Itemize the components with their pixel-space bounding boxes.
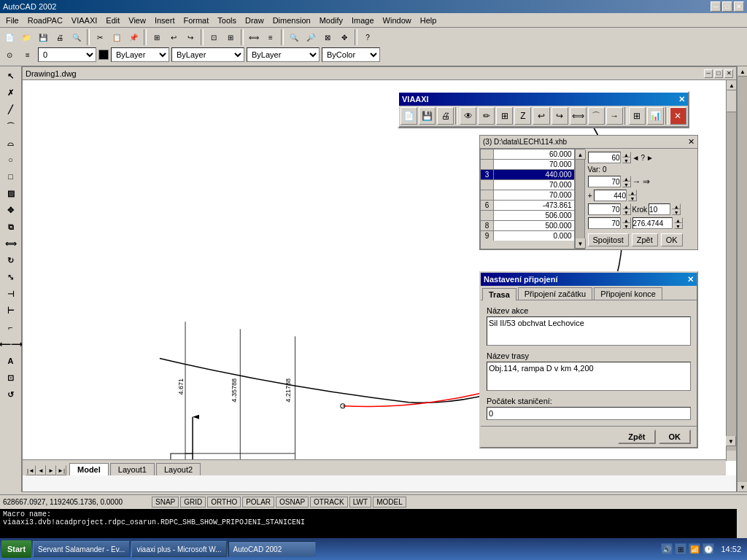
viaaxi-btn-8[interactable]: ↩ — [533, 107, 549, 125]
menu-dimension[interactable]: Dimension — [268, 13, 315, 28]
redraw-btn[interactable]: ↺ — [3, 386, 19, 402]
viaaxi-btn-curve[interactable]: ⌒ — [588, 107, 605, 125]
ctrl-input-4[interactable] — [588, 203, 621, 215]
spin-3-up[interactable]: ▲ — [628, 190, 637, 195]
ok-btn-data[interactable]: OK — [661, 233, 683, 246]
polyline-btn[interactable]: ⌒ — [3, 118, 19, 134]
inner-close-btn[interactable]: ✕ — [724, 69, 733, 78]
ctrl-input-6[interactable] — [632, 217, 673, 229]
minimize-button[interactable]: ─ — [711, 1, 721, 12]
krok-input[interactable] — [649, 203, 670, 215]
cut-btn[interactable]: ✂ — [92, 29, 108, 45]
viaaxi-btn-7[interactable]: Z — [514, 107, 531, 125]
spojitost-btn[interactable]: Spojitost — [588, 233, 629, 246]
row-val-9[interactable]: 0.000 — [494, 231, 574, 241]
text-btn[interactable]: A — [3, 353, 19, 369]
color-select[interactable]: ByLayer — [111, 47, 169, 62]
dist-btn[interactable]: ⟺ — [246, 29, 262, 45]
viaaxi-btn-5[interactable]: ✏ — [478, 107, 495, 125]
ctrl-input-5[interactable] — [588, 217, 621, 229]
taskbar-item-0[interactable]: Servant Salamander - Ev... — [33, 541, 130, 557]
layer-color-btn[interactable] — [98, 50, 109, 60]
tab-prev-btn[interactable]: ◄ — [36, 465, 46, 475]
ctrl-input-2[interactable] — [588, 176, 621, 187]
tab-first-btn[interactable]: |◄ — [26, 465, 36, 475]
dialog-close-btn[interactable]: ✕ — [687, 275, 694, 284]
row-val-4[interactable]: 70.000 — [494, 180, 574, 190]
viaaxi-btn-to[interactable]: → — [606, 107, 623, 125]
viaaxi-btn-9[interactable]: ↪ — [551, 107, 568, 125]
data-panel-close-btn[interactable]: ✕ — [688, 137, 694, 147]
hatch-btn[interactable]: ▨ — [3, 185, 19, 201]
row-val-1[interactable]: 60.000 — [494, 149, 574, 159]
spin-5-up[interactable]: ▲ — [622, 217, 631, 223]
nazev-akce-input[interactable] — [487, 316, 691, 346]
zoom-in-btn[interactable]: 🔍 — [286, 29, 302, 45]
spin-krok-up[interactable]: ▲ — [672, 203, 681, 209]
lineweight-select[interactable]: ByLayer — [247, 47, 320, 62]
ortho-btn[interactable]: ORTHO — [207, 497, 241, 508]
row-val-8[interactable]: 500.000 — [494, 221, 574, 230]
viaaxi-btn-graph[interactable]: 📊 — [647, 107, 664, 125]
zoom-all-btn[interactable]: ⊠ — [320, 29, 336, 45]
prop-btn[interactable]: ≡ — [263, 29, 279, 45]
menu-view[interactable]: View — [124, 13, 150, 28]
menu-insert[interactable]: Insert — [150, 13, 179, 28]
spin-4-down[interactable]: ▼ — [622, 209, 631, 215]
polar-btn[interactable]: POLAR — [242, 497, 274, 508]
row-val-6[interactable]: -473.861 — [494, 201, 574, 210]
spin-1-up[interactable]: ▲ — [622, 152, 631, 158]
insert-btn[interactable]: ⊞ — [222, 29, 239, 45]
tab-pripojeni-konce[interactable]: Připojení konce — [594, 287, 662, 300]
tab-pripojeni-zacatku[interactable]: Připojení začátku — [518, 287, 592, 300]
menu-format[interactable]: Format — [179, 13, 213, 28]
close-button[interactable]: ✕ — [734, 1, 744, 12]
lwt-btn[interactable]: LWT — [349, 497, 371, 508]
inner-maximize-btn[interactable]: □ — [714, 69, 723, 78]
viaaxi-btn-4[interactable]: 👁 — [460, 107, 476, 125]
open-btn[interactable]: 📁 — [18, 29, 34, 45]
erase-btn[interactable]: ✗ — [3, 85, 19, 101]
fillet-btn[interactable]: ⌐ — [3, 319, 19, 335]
layer-state-btn[interactable]: ⊙ — [1, 47, 18, 63]
start-button[interactable]: Start — [1, 540, 31, 558]
grid-btn[interactable]: GRID — [180, 497, 206, 508]
spin-3-down[interactable]: ▼ — [628, 195, 637, 201]
menu-file[interactable]: File — [1, 13, 23, 28]
tab-last-btn[interactable]: ►| — [56, 465, 66, 475]
viaaxi-btn-2[interactable]: 💾 — [419, 107, 436, 125]
otrack-btn[interactable]: OTRACK — [310, 497, 348, 508]
zoom-win-btn[interactable]: ⊡ — [3, 370, 19, 386]
spin-2-up[interactable]: ▲ — [622, 176, 631, 182]
taskbar-item-2[interactable]: AutoCAD 2002 — [228, 541, 316, 557]
new-btn[interactable]: 📄 — [1, 29, 18, 45]
preview-btn[interactable]: 🔍 — [69, 29, 85, 45]
main-scroll-up[interactable]: ▲ — [738, 66, 747, 77]
row-val-5[interactable]: 70.000 — [494, 190, 574, 200]
viaaxi-btn-1[interactable]: 📄 — [400, 107, 417, 125]
inner-minimize-btn[interactable]: ─ — [704, 69, 713, 78]
spin-krok-down[interactable]: ▼ — [672, 209, 681, 215]
paste-btn[interactable]: 📌 — [125, 29, 142, 45]
maximize-button[interactable]: □ — [722, 1, 732, 12]
pan-btn[interactable]: ✥ — [336, 29, 352, 45]
help-btn[interactable]: ? — [360, 29, 376, 45]
circle-btn[interactable]: ○ — [3, 152, 19, 168]
spin-6-up[interactable]: ▲ — [674, 217, 683, 223]
menu-edit[interactable]: Edit — [101, 13, 124, 28]
ctrl-input-3[interactable] — [594, 190, 627, 201]
zpet-btn[interactable]: Zpět — [632, 233, 658, 246]
menu-modify[interactable]: Modify — [315, 13, 347, 28]
scale-btn[interactable]: ⤡ — [3, 269, 19, 285]
save-btn[interactable]: 💾 — [35, 29, 51, 45]
spin-5-down[interactable]: ▼ — [622, 223, 631, 229]
tab-layout2[interactable]: Layout2 — [156, 463, 201, 475]
dialog-ok-btn[interactable]: OK — [659, 429, 692, 444]
menu-viaaxi[interactable]: VIAAXI — [67, 13, 101, 28]
dimension-btn[interactable]: ⟵⟶ — [3, 336, 19, 352]
rotate-btn[interactable]: ↻ — [3, 252, 19, 268]
scroll-thumb[interactable] — [727, 90, 736, 112]
block-btn[interactable]: ⊡ — [206, 29, 222, 45]
osnap-btn[interactable]: OSNAP — [276, 497, 309, 508]
nav-lt-btn[interactable]: ◄ — [632, 154, 640, 162]
